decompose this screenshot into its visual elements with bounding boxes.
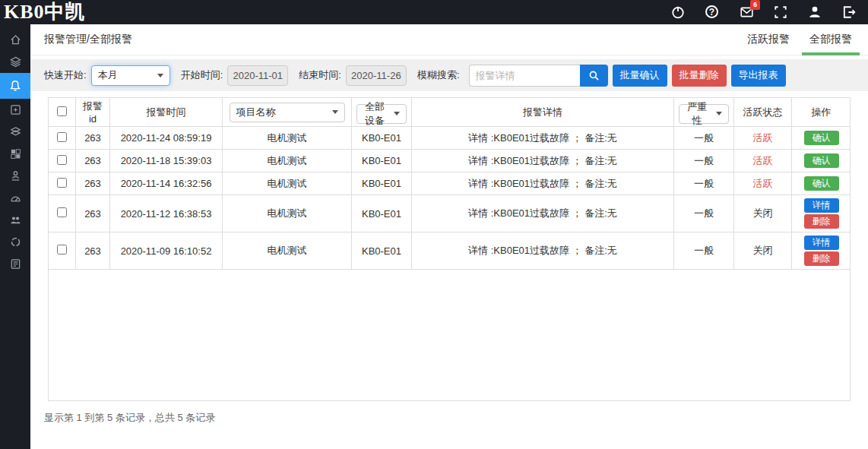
search-button[interactable] xyxy=(580,65,608,87)
power-icon[interactable] xyxy=(671,5,685,19)
alarm-time-cell: 2020-11-24 08:59:19 xyxy=(110,127,223,150)
actions-cell: 确认 xyxy=(792,127,851,150)
alarm-table: 报警id 报警时间 项目名称 全部设备 报警详情 xyxy=(49,98,851,270)
project-name-select[interactable]: 项目名称 xyxy=(230,103,345,122)
row-checkbox[interactable] xyxy=(57,245,67,255)
ring-icon xyxy=(10,236,21,248)
quick-select-label: 快速开始: xyxy=(44,68,87,82)
stack-icon xyxy=(10,126,21,138)
confirm-button[interactable]: 确认 xyxy=(804,153,839,168)
sidebar-item-home[interactable] xyxy=(0,29,30,51)
select-all-checkbox[interactable] xyxy=(57,106,67,116)
home-icon xyxy=(10,34,21,46)
actions-cell: 详情删除 xyxy=(792,232,851,270)
sidebar-item-list[interactable] xyxy=(0,253,30,275)
device-cell: KB0-E01 xyxy=(352,232,412,270)
alarm-time-cell: 2020-11-18 15:39:03 xyxy=(110,150,223,172)
alarm-table-body: 263 2020-11-24 08:59:19 电机测试 KB0-E01 详情 … xyxy=(49,127,851,270)
delete-button[interactable]: 删除 xyxy=(804,214,839,229)
record-summary: 显示第 1 到第 5 条记录，总共 5 条记录 xyxy=(44,411,851,425)
sidebar-item-ring[interactable] xyxy=(0,231,30,253)
detail-button[interactable]: 详情 xyxy=(804,198,839,213)
header-alarm-time: 报警时间 xyxy=(110,98,223,127)
sidebar-item-layers[interactable] xyxy=(0,51,30,73)
table-row: 263 2020-11-12 16:38:53 电机测试 KB0-E01 详情 … xyxy=(49,195,851,232)
project-name-cell: 电机测试 xyxy=(223,127,352,150)
mail-icon[interactable]: 6 xyxy=(740,5,753,19)
status-cell: 关闭 xyxy=(734,232,792,270)
end-date-input[interactable] xyxy=(346,65,407,86)
alarm-time-cell: 2020-11-14 16:32:56 xyxy=(110,172,223,195)
search-input[interactable] xyxy=(469,65,580,87)
left-sidebar xyxy=(0,24,30,449)
layers-icon xyxy=(10,56,21,68)
tab-active-alarms[interactable]: 活跃报警 xyxy=(737,24,800,55)
alarm-detail-cell: 详情 :KB0E01过载故障 ； 备注:无 xyxy=(412,150,674,172)
list-icon xyxy=(10,258,21,270)
grid-icon xyxy=(10,148,21,160)
start-date-input[interactable] xyxy=(227,65,288,86)
page-header: 报警管理/全部报警 活跃报警 全部报警 xyxy=(30,24,868,55)
tab-label: 全部报警 xyxy=(809,33,852,46)
sidebar-item-user-location[interactable] xyxy=(0,165,30,187)
fullscreen-icon[interactable] xyxy=(774,5,787,19)
device-select[interactable]: 全部设备 xyxy=(356,104,407,124)
end-time-label: 结束时间: xyxy=(299,68,341,82)
row-checkbox[interactable] xyxy=(57,132,67,142)
header-active-status: 活跃状态 xyxy=(734,98,792,127)
status-cell: 活跃 xyxy=(734,172,792,195)
team-icon xyxy=(10,214,21,226)
dashboard-icon xyxy=(10,192,21,204)
help-icon[interactable]: ? xyxy=(705,5,719,19)
severity-select[interactable]: 严重性 xyxy=(679,104,729,124)
delete-button[interactable]: 删除 xyxy=(804,251,839,266)
alarm-detail-cell: 详情 :KB0E01过载故障 ； 备注:无 xyxy=(412,232,674,270)
logout-icon[interactable] xyxy=(842,5,856,19)
breadcrumb: 报警管理/全部报警 xyxy=(44,33,132,46)
sidebar-item-team[interactable] xyxy=(0,209,30,231)
sidebar-item-dashboard[interactable] xyxy=(0,187,30,209)
table-row: 263 2020-11-09 16:10:52 电机测试 KB0-E01 详情 … xyxy=(49,232,851,270)
export-report-button[interactable]: 导出报表 xyxy=(731,65,786,87)
severity-cell: 一般 xyxy=(674,172,734,195)
severity-cell: 一般 xyxy=(674,150,734,172)
row-checkbox[interactable] xyxy=(57,207,67,217)
alarm-id-cell: 263 xyxy=(76,172,110,195)
quick-range-value: 本月 xyxy=(98,68,118,82)
sidebar-item-grid[interactable] xyxy=(0,143,30,165)
tab-bar: 活跃报警 全部报警 xyxy=(737,24,862,55)
row-checkbox-cell xyxy=(49,150,76,172)
device-cell: KB0-E01 xyxy=(352,172,412,195)
row-checkbox[interactable] xyxy=(57,178,67,188)
severity-cell: 一般 xyxy=(674,232,734,270)
chevron-down-icon xyxy=(716,112,722,115)
device-cell: KB0-E01 xyxy=(352,150,412,172)
project-name-cell: 电机测试 xyxy=(223,172,352,195)
batch-confirm-button[interactable]: 批量确认 xyxy=(613,65,667,87)
status-cell: 活跃 xyxy=(734,127,792,150)
status-cell: 关闭 xyxy=(734,195,792,232)
tab-all-alarms[interactable]: 全部报警 xyxy=(800,24,862,55)
filter-bar: 快速开始: 本月 开始时间: 结束时间: 模糊搜索: 批量确认 批量删除 导出报… xyxy=(30,59,868,91)
sidebar-item-stack[interactable] xyxy=(0,121,30,143)
row-checkbox-cell xyxy=(49,195,76,232)
chevron-down-icon xyxy=(332,110,338,114)
severity-cell: 一般 xyxy=(674,195,734,232)
table-row: 263 2020-11-14 16:32:56 电机测试 KB0-E01 详情 … xyxy=(49,172,851,195)
fuzzy-search-label: 模糊搜索: xyxy=(417,68,460,82)
confirm-button[interactable]: 确认 xyxy=(804,131,839,145)
detail-button[interactable]: 详情 xyxy=(804,236,839,250)
row-checkbox[interactable] xyxy=(57,155,67,165)
table-row: 263 2020-11-24 08:59:19 电机测试 KB0-E01 详情 … xyxy=(49,127,851,150)
sidebar-item-alarms[interactable] xyxy=(0,73,30,99)
severity-cell: 一般 xyxy=(674,127,734,150)
sidebar-item-add-window[interactable] xyxy=(0,99,30,121)
header-alarm-detail: 报警详情 xyxy=(412,98,674,127)
project-name-cell: 电机测试 xyxy=(223,195,352,232)
quick-range-select[interactable]: 本月 xyxy=(91,65,170,86)
start-time-label: 开始时间: xyxy=(181,68,223,82)
batch-delete-button[interactable]: 批量删除 xyxy=(672,65,727,87)
header-severity-select-cell: 严重性 xyxy=(674,98,734,127)
user-icon[interactable] xyxy=(808,5,822,19)
confirm-button[interactable]: 确认 xyxy=(804,176,839,191)
